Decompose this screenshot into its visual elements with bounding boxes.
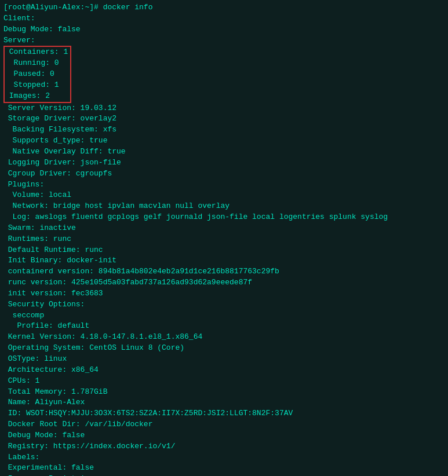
terminal-line-runc-version: runc version: 425e105d5a03fabd737a126ad9… bbox=[3, 277, 445, 288]
terminal-line-name: Name: Aliyun-Alex bbox=[3, 397, 445, 408]
terminal-line-registry: Registry: https://index.docker.io/v1/ bbox=[3, 441, 445, 452]
terminal-line-logging-driver: Logging Driver: json-file bbox=[3, 158, 445, 169]
terminal-line-volume: Volume: local bbox=[3, 190, 445, 201]
terminal-line-swarm: Swarm: inactive bbox=[3, 223, 445, 234]
terminal-line-ostype: OSType: linux bbox=[3, 354, 445, 365]
terminal-line-total-memory: Total Memory: 1.787GiB bbox=[3, 387, 445, 398]
terminal-line-experimental: Experimental: false bbox=[3, 463, 445, 474]
terminal-line-stopped: Stopped: 1 bbox=[5, 80, 68, 91]
terminal-line-seccomp: seccomp bbox=[3, 310, 445, 321]
terminal-line-kernel-version: Kernel Version: 4.18.0-147.8.1.el8_1.x86… bbox=[3, 332, 445, 343]
terminal-line-containerd-version: containerd version: 894b81a4b802e4eb2a91… bbox=[3, 266, 445, 277]
terminal-line-default-runtime: Default Runtime: runc bbox=[3, 245, 445, 256]
terminal-output: Client:Debug Mode: falseServer: Containe… bbox=[3, 13, 445, 476]
terminal-line-debug-mode2: Debug Mode: false bbox=[3, 430, 445, 441]
terminal-line-runtimes: Runtimes: runc bbox=[3, 234, 445, 245]
terminal-line-labels: Labels: bbox=[3, 452, 445, 463]
terminal-line-arch: Architecture: x86_64 bbox=[3, 365, 445, 376]
terminal-line-server-header: Server: bbox=[3, 35, 445, 46]
terminal-window: [root@Aliyun-Alex:~]# docker info Client… bbox=[3, 2, 445, 476]
terminal-line-os: Operating System: CentOS Linux 8 (Core) bbox=[3, 343, 445, 354]
terminal-line-docker-root-dir: Docker Root Dir: /var/lib/docker bbox=[3, 419, 445, 430]
terminal-line-log: Log: awslogs fluentd gcplogs gelf journa… bbox=[3, 212, 445, 223]
terminal-line-init-version: init version: fec3683 bbox=[3, 288, 445, 299]
terminal-line-network: Network: bridge host ipvlan macvlan null… bbox=[3, 201, 445, 212]
terminal-line-paused: Paused: 0 bbox=[5, 69, 68, 80]
terminal-line-cpus: CPUs: 1 bbox=[3, 376, 445, 387]
terminal-line-id: ID: WSOT:HSQY:MJJU:3O3X:6TS2:SZ2A:II7X:Z… bbox=[3, 408, 445, 419]
terminal-line-backing-fs: Backing Filesystem: xfs bbox=[3, 125, 445, 136]
terminal-prompt: [root@Aliyun-Alex:~]# docker info bbox=[3, 2, 445, 13]
prompt-text: [root@Aliyun-Alex:~]# docker info bbox=[3, 3, 152, 12]
terminal-line-insecure-registries: Insecure Registries: bbox=[3, 474, 445, 476]
terminal-line-images: Images: 2 bbox=[5, 91, 68, 102]
terminal-line-plugins: Plugins: bbox=[3, 180, 445, 191]
terminal-line-containers: Containers: 1 bbox=[5, 47, 68, 58]
terminal-line-security-options: Security Options: bbox=[3, 299, 445, 310]
terminal-line-cgroup-driver: Cgroup Driver: cgroupfs bbox=[3, 169, 445, 180]
terminal-line-running: Running: 0 bbox=[5, 58, 68, 69]
terminal-line-init-binary: Init Binary: docker-init bbox=[3, 255, 445, 266]
terminal-line-supports-dtype: Supports d_type: true bbox=[3, 136, 445, 147]
terminal-line-client-header: Client: bbox=[3, 13, 445, 24]
terminal-line-native-overlay: Native Overlay Diff: true bbox=[3, 147, 445, 158]
terminal-line-server-version: Server Version: 19.03.12 bbox=[3, 103, 445, 114]
terminal-line-profile: Profile: default bbox=[3, 321, 445, 332]
terminal-line-debug-mode: Debug Mode: false bbox=[3, 24, 445, 35]
terminal-line-storage-driver: Storage Driver: overlay2 bbox=[3, 113, 445, 125]
